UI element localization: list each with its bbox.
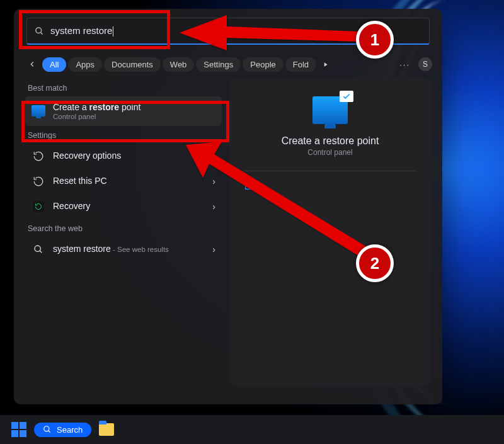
svg-line-5 — [49, 431, 50, 433]
result-reset-this-pc[interactable]: Reset this PC › — [25, 169, 222, 194]
filter-row: All Apps Documents Web Settings People F… — [14, 52, 442, 79]
section-settings: Settings — [28, 131, 219, 140]
monitor-icon — [32, 104, 45, 118]
search-input[interactable]: system restore — [50, 25, 421, 37]
filter-folders[interactable]: Fold — [285, 57, 316, 72]
recovery-icon — [32, 174, 45, 188]
user-avatar[interactable]: S — [418, 57, 432, 71]
divider — [243, 171, 417, 171]
result-web-search[interactable]: system restore - See web results › — [25, 237, 222, 262]
preview-title: Create a restore point — [229, 135, 431, 147]
open-external-icon[interactable] — [243, 180, 257, 194]
svg-point-2 — [35, 246, 40, 251]
chevron-right-icon: › — [212, 202, 215, 212]
svg-point-4 — [44, 426, 49, 431]
recovery-app-icon — [32, 200, 45, 213]
result-recovery[interactable]: Recovery › — [25, 194, 222, 219]
filter-documents[interactable]: Documents — [104, 57, 161, 72]
file-explorer-icon[interactable] — [99, 423, 114, 436]
filter-more[interactable]: ··· — [399, 60, 410, 69]
filter-apps[interactable]: Apps — [68, 57, 102, 72]
search-icon — [35, 26, 44, 36]
result-recovery-options[interactable]: Recovery options › — [25, 144, 222, 169]
search-box[interactable]: system restore — [26, 18, 430, 45]
checkmark-badge-icon — [340, 91, 353, 102]
filter-all[interactable]: All — [42, 57, 66, 72]
filter-people[interactable]: People — [243, 57, 283, 72]
chevron-right-icon: › — [212, 244, 215, 254]
chevron-right-icon: › — [212, 176, 215, 186]
chevron-right-icon: › — [212, 151, 215, 161]
filter-web[interactable]: Web — [163, 57, 195, 72]
taskbar-search-button[interactable]: Search — [34, 423, 91, 437]
svg-point-0 — [36, 27, 42, 33]
result-create-restore-point[interactable]: Create a restore point Control panel — [25, 96, 222, 126]
section-search-web: Search the web — [28, 224, 219, 233]
preview-subtitle: Control panel — [229, 148, 431, 157]
back-button[interactable] — [24, 56, 40, 72]
preview-pane: Create a restore point Control panel — [229, 79, 431, 386]
taskbar: Search — [0, 415, 504, 444]
search-panel: system restore All Apps Documents Web Se… — [14, 9, 442, 404]
svg-line-1 — [40, 32, 42, 34]
section-best-match: Best match — [28, 84, 219, 93]
filter-settings[interactable]: Settings — [196, 57, 241, 72]
filter-scroll-right[interactable] — [318, 57, 332, 71]
start-button[interactable] — [11, 422, 26, 437]
search-icon — [43, 425, 52, 434]
search-icon — [32, 242, 45, 256]
recovery-icon — [32, 149, 45, 163]
svg-line-3 — [40, 251, 42, 253]
